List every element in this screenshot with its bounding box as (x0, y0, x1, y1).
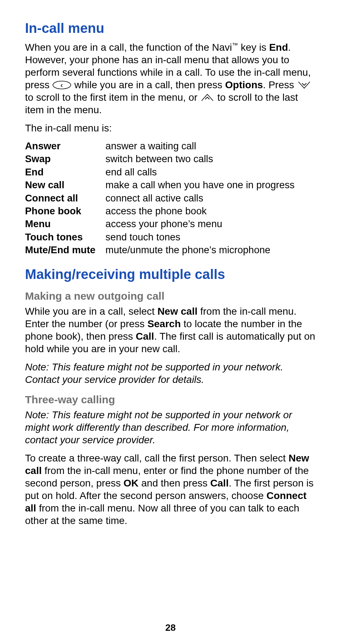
menu-desc: mute/unmute the phone’s microphone (105, 244, 295, 257)
subheading-new-outgoing: Making a new outgoing call (25, 290, 316, 302)
menu-term: Menu (25, 218, 105, 231)
svg-text:c: c (61, 82, 63, 88)
intro-list-lead: The in-call menu is: (25, 122, 316, 134)
menu-desc: access your phone’s menu (105, 218, 295, 231)
threeway-a: To create a three-way call, call the fir… (25, 453, 288, 464)
bold-end: End (269, 42, 288, 53)
intro-paragraph: When you are in a call, the function of … (25, 41, 316, 116)
menu-term: Answer (25, 140, 105, 153)
table-row: End end all calls (25, 166, 295, 179)
page-number: 28 (0, 622, 341, 633)
menu-desc: make a call when you have one in progres… (105, 179, 295, 192)
c-key-icon: c (52, 80, 71, 90)
table-row: Mute/End mute mute/unmute the phone’s mi… (25, 244, 295, 257)
trademark-symbol: ™ (232, 42, 238, 49)
note-three-way: Note: This feature might not be supporte… (25, 409, 316, 446)
outgoing-paragraph: While you are in a call, select New call… (25, 305, 316, 355)
menu-term: Connect all (25, 192, 105, 205)
table-row: Connect all connect all active calls (25, 192, 295, 205)
threeway-c: and then press (139, 478, 211, 489)
table-row: Answer answer a waiting call (25, 140, 295, 153)
menu-term: End (25, 166, 105, 179)
table-row: Phone book access the phone book (25, 205, 295, 218)
menu-term: Mute/End mute (25, 244, 105, 257)
scroll-down-icon (297, 80, 311, 90)
bold-options: Options (225, 79, 263, 90)
menu-term: Swap (25, 153, 105, 166)
bold-new-call: New call (157, 306, 197, 317)
menu-desc: switch between two calls (105, 153, 295, 166)
menu-term: Phone book (25, 205, 105, 218)
scroll-up-icon (200, 93, 214, 102)
table-row: Menu access your phone’s menu (25, 218, 295, 231)
table-row: New call make a call when you have one i… (25, 179, 295, 192)
note-outgoing: Note: This feature might not be supporte… (25, 361, 316, 386)
menu-desc: end all calls (105, 166, 295, 179)
in-call-menu-table: Answer answer a waiting call Swap switch… (25, 140, 295, 257)
menu-term: Touch tones (25, 231, 105, 244)
menu-desc: send touch tones (105, 231, 295, 244)
menu-term: New call (25, 179, 105, 192)
intro-text-f: to scroll to the first item in the menu,… (25, 92, 200, 103)
three-way-paragraph: To create a three-way call, call the fir… (25, 452, 316, 527)
bold-ok: OK (124, 478, 139, 489)
table-row: Swap switch between two calls (25, 153, 295, 166)
heading-in-call-menu: In-call menu (25, 21, 316, 36)
bold-call-2: Call (210, 478, 228, 489)
subheading-three-way: Three-way calling (25, 394, 316, 406)
menu-desc: access the phone book (105, 205, 295, 218)
intro-text-b: key is (238, 42, 269, 53)
threeway-e: from the in-call menu. Now all three of … (25, 503, 299, 526)
intro-text-a: When you are in a call, the function of … (25, 42, 232, 53)
menu-desc: connect all active calls (105, 192, 295, 205)
bold-call: Call (136, 331, 154, 342)
heading-multiple-calls: Making/receiving multiple calls (25, 267, 316, 282)
table-row: Touch tones send touch tones (25, 231, 295, 244)
bold-search: Search (147, 318, 181, 329)
intro-text-e: . Press (263, 79, 297, 90)
outgoing-a: While you are in a call, select (25, 306, 157, 317)
menu-desc: answer a waiting call (105, 140, 295, 153)
intro-text-d: while you are in a call, then press (74, 79, 225, 90)
